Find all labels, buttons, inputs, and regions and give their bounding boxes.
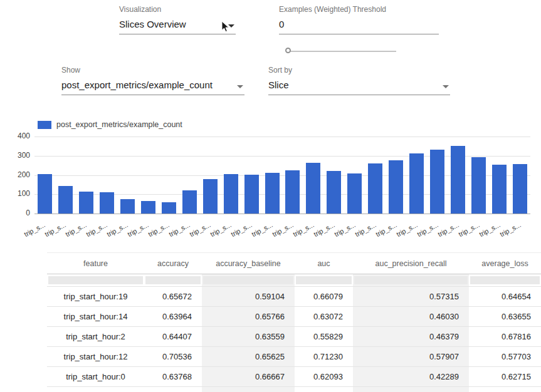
metric-cell: 0.57315	[353, 287, 469, 306]
threshold-input[interactable]: 0	[279, 16, 439, 34]
bar[interactable]	[285, 170, 300, 214]
legend-label: post_export_metrics/example_count	[56, 120, 182, 129]
bar[interactable]	[100, 192, 114, 214]
bar[interactable]	[471, 157, 486, 214]
visualization-label: Visualization	[119, 5, 236, 14]
y-tick-label: 300	[0, 151, 30, 160]
filter-cell	[295, 274, 353, 286]
slicing-metrics-browser: Visualization Slices Overview Examples (…	[0, 0, 541, 392]
metric-cell: 0.66016	[144, 387, 202, 392]
table-row[interactable]: trip_start_hour:120.705360.656250.712300…	[47, 346, 541, 366]
visualization-dropdown[interactable]: Slices Overview	[119, 16, 236, 34]
filter-input[interactable]	[48, 276, 143, 284]
metric-cell: 0.62093	[295, 367, 353, 386]
feature-cell: trip_start_hour:0	[47, 367, 144, 386]
x-axis-labels: trip_s...trip_s...trip_s...trip_s...trip…	[34, 217, 530, 245]
bar[interactable]	[141, 201, 155, 214]
bar[interactable]	[409, 153, 424, 214]
metric-cell: 0.71230	[295, 347, 353, 366]
filter-input[interactable]	[145, 276, 201, 284]
show-dropdown[interactable]: post_export_metrics/example_count	[61, 76, 244, 95]
metric-cell: 0.63072	[295, 307, 353, 326]
metric-cell: 0.55829	[295, 327, 353, 346]
bar[interactable]	[327, 171, 341, 214]
column-header-auc_precision_recall[interactable]: auc_precision_recall	[353, 253, 469, 274]
metric-cell: 0.63559	[202, 327, 295, 346]
metrics-table: featureaccuracyaccuracy_baselineaucauc_p…	[47, 252, 541, 392]
bar[interactable]	[368, 163, 382, 214]
filter-cell	[144, 274, 202, 286]
chevron-down-icon	[443, 85, 449, 88]
metric-cell: 0.64407	[144, 327, 202, 346]
show-value: post_export_metrics/example_count	[61, 80, 213, 90]
y-axis: 4003002001000	[0, 137, 30, 214]
bar[interactable]	[306, 163, 320, 214]
table-filter-row	[47, 274, 541, 286]
column-header-accuracy_baseline[interactable]: accuracy_baseline	[202, 253, 295, 274]
filter-input[interactable]	[296, 276, 352, 284]
legend-swatch	[38, 121, 51, 129]
sort-by-dropdown[interactable]: Slice	[268, 76, 450, 95]
metric-cell: 0.63768	[144, 367, 202, 386]
bar[interactable]	[182, 190, 197, 214]
feature-cell: trip_start_hour:23	[47, 387, 144, 392]
filter-input[interactable]	[203, 276, 293, 284]
threshold-slider[interactable]	[288, 47, 396, 56]
bar[interactable]	[120, 199, 135, 214]
y-tick-label: 100	[0, 189, 30, 198]
show-label: Show	[61, 66, 244, 75]
y-tick-label: 200	[0, 170, 30, 179]
column-header-feature[interactable]: feature	[47, 253, 144, 274]
bar[interactable]	[58, 186, 73, 214]
metric-cell: 0.65142	[469, 387, 541, 392]
bar[interactable]	[38, 174, 52, 214]
bar[interactable]	[265, 173, 280, 214]
sort-by-value: Slice	[268, 80, 289, 90]
feature-cell: trip_start_hour:2	[47, 327, 144, 346]
show-control: Show post_export_metrics/example_count	[61, 66, 244, 95]
chart-plot	[34, 137, 530, 214]
filter-input[interactable]	[354, 276, 468, 284]
metric-cell: 0.67816	[469, 327, 541, 346]
column-header-auc[interactable]: auc	[295, 253, 353, 274]
bar[interactable]	[79, 192, 93, 214]
metric-cell: 0.70536	[144, 347, 202, 366]
column-header-accuracy[interactable]: accuracy	[144, 253, 202, 274]
metric-cell: 0.66667	[202, 367, 295, 386]
metric-cell: 0.57907	[353, 347, 469, 366]
table-row[interactable]: trip_start_hour:190.656720.591040.660790…	[47, 286, 541, 306]
metric-cell: 0.46030	[353, 307, 469, 326]
filter-cell	[47, 274, 144, 286]
mouse-cursor	[221, 21, 230, 33]
table-row[interactable]: trip_start_hour:20.644070.635590.558290.…	[47, 326, 541, 346]
bar[interactable]	[224, 174, 238, 214]
bar[interactable]	[451, 146, 465, 214]
sort-by-label: Sort by	[268, 66, 450, 75]
bar[interactable]	[389, 160, 403, 214]
slider-track	[288, 51, 396, 52]
visualization-value: Slices Overview	[119, 19, 186, 29]
bar[interactable]	[347, 173, 362, 214]
table-row[interactable]: trip_start_hour:140.639640.657660.630720…	[47, 306, 541, 326]
column-header-average_loss[interactable]: average_loss	[469, 253, 541, 274]
bar[interactable]	[430, 150, 444, 214]
metric-cell: 0.65766	[202, 307, 295, 326]
filter-cell	[469, 274, 541, 286]
filter-input[interactable]	[470, 276, 540, 284]
bar[interactable]	[203, 179, 218, 214]
y-tick-label: 400	[0, 132, 30, 140]
bar[interactable]	[513, 164, 527, 214]
metric-cell: 0.63964	[144, 307, 202, 326]
table-header-row: featureaccuracyaccuracy_baselineaucauc_p…	[47, 253, 541, 274]
bar[interactable]	[492, 165, 507, 214]
bar[interactable]	[162, 202, 176, 214]
table-row[interactable]: trip_start_hour:230.660160.648440.583370…	[47, 386, 541, 392]
bar[interactable]	[244, 175, 259, 214]
metric-cell: 0.62715	[469, 367, 541, 386]
metric-cell: 0.44173	[353, 387, 469, 392]
chevron-down-icon	[237, 85, 243, 88]
slider-thumb[interactable]	[285, 48, 291, 53]
metric-cell: 0.57703	[469, 347, 541, 366]
table-row[interactable]: trip_start_hour:00.637680.666670.620930.…	[47, 366, 541, 386]
metric-cell: 0.65672	[144, 287, 202, 306]
